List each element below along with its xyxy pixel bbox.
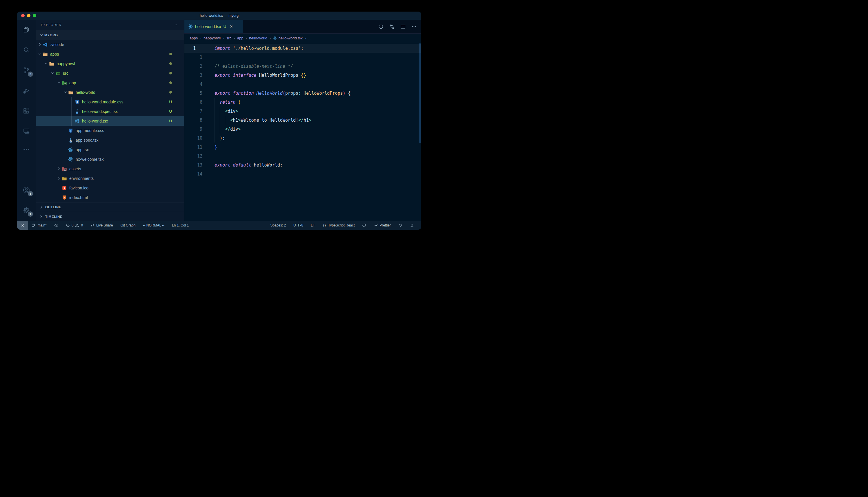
tree-item-src[interactable]: </>src bbox=[36, 68, 184, 78]
line-number[interactable]: 12 bbox=[184, 154, 202, 159]
line-number[interactable]: 1 bbox=[184, 55, 202, 60]
chevron-down-icon[interactable] bbox=[56, 81, 62, 85]
close-button[interactable] bbox=[21, 14, 25, 17]
line-number[interactable]: 8 bbox=[184, 117, 202, 123]
git-branch-status[interactable]: main* bbox=[28, 221, 51, 230]
eol-status[interactable]: LF bbox=[307, 221, 319, 230]
section-outline[interactable]: OUTLINE bbox=[36, 202, 184, 212]
line-number[interactable]: 9 bbox=[184, 127, 202, 132]
line-number[interactable]: 3 bbox=[184, 73, 202, 78]
encoding-status[interactable]: UTF-8 bbox=[290, 221, 307, 230]
github-status[interactable] bbox=[358, 221, 370, 230]
tree-item-hello-world[interactable]: hello-world bbox=[36, 87, 184, 97]
line-number[interactable]: 5 bbox=[184, 91, 202, 96]
line-number[interactable]: 13 bbox=[184, 162, 202, 168]
code-line[interactable]: 10 ); bbox=[184, 133, 421, 142]
feedback-status[interactable] bbox=[395, 221, 406, 230]
live-share-status[interactable]: Live Share bbox=[87, 221, 116, 230]
code-line[interactable]: 6 return ( bbox=[184, 98, 421, 106]
tree-item-index-html[interactable]: 5index.html bbox=[36, 193, 184, 202]
line-number[interactable]: 2 bbox=[184, 64, 202, 69]
vim-mode-status[interactable]: -- NORMAL -- bbox=[139, 221, 168, 230]
activity-run-debug[interactable] bbox=[17, 81, 36, 101]
chevron-right-icon[interactable] bbox=[56, 167, 62, 171]
minimize-button[interactable] bbox=[27, 14, 30, 17]
chevron-down-icon[interactable] bbox=[62, 90, 68, 95]
activity-extensions[interactable] bbox=[17, 101, 36, 121]
code-line[interactable]: 2/* eslint-disable-next-line */ bbox=[184, 62, 421, 71]
tab-hello-world-tsx[interactable]: hello-world.tsx U ✕ bbox=[184, 20, 243, 33]
breadcrumb-item-hello-world-tsx[interactable]: hello-world.tsx bbox=[273, 36, 303, 40]
chevron-down-icon[interactable] bbox=[37, 52, 43, 56]
tree-item-vscode[interactable]: .vscode bbox=[36, 40, 184, 49]
views-and-more-actions-icon[interactable] bbox=[174, 23, 179, 27]
tree-item-nx-welcome-tsx[interactable]: nx-welcome.tsx bbox=[36, 154, 184, 164]
breadcrumb-item-src[interactable]: src bbox=[226, 36, 231, 40]
tree-item-app-tsx[interactable]: app.tsx bbox=[36, 145, 184, 154]
breadcrumb-item-app[interactable]: app bbox=[237, 36, 244, 40]
activity-remote-explorer[interactable] bbox=[17, 121, 36, 141]
tree-item-hello-world-module-css[interactable]: 3hello-world.module.cssU bbox=[36, 97, 184, 106]
line-number[interactable]: 6 bbox=[184, 100, 202, 105]
tree-item-apps[interactable]: apps bbox=[36, 49, 184, 59]
breadcrumb-item-apps[interactable]: apps bbox=[190, 36, 198, 40]
tree-item-environments[interactable]: environments bbox=[36, 173, 184, 183]
chevron-down-icon[interactable] bbox=[50, 71, 55, 75]
split-editor-icon[interactable] bbox=[400, 24, 405, 29]
activity-accounts[interactable]: 1 bbox=[17, 180, 36, 200]
prettier-status[interactable]: Prettier bbox=[370, 221, 395, 230]
line-number[interactable]: 10 bbox=[184, 136, 202, 141]
activity-search[interactable] bbox=[17, 40, 36, 60]
tree-item-happynrwl[interactable]: happynrwl bbox=[36, 59, 184, 68]
code-line[interactable]: 7 <div> bbox=[184, 106, 421, 116]
tree-item-app-spec-tsx[interactable]: TSapp.spec.tsx bbox=[36, 135, 184, 145]
chevron-right-icon[interactable] bbox=[56, 176, 62, 181]
language-status[interactable]: {}TypeScript React bbox=[319, 221, 358, 230]
code-line[interactable]: 5export function HelloWorld(props: Hello… bbox=[184, 89, 421, 98]
line-number[interactable]: 11 bbox=[184, 144, 202, 150]
problems-status[interactable]: 00 bbox=[62, 221, 87, 230]
line-number[interactable]: 7 bbox=[184, 109, 202, 114]
notifications-status[interactable] bbox=[406, 221, 418, 230]
tree-item-favicon-ico[interactable]: favicon.ico bbox=[36, 183, 184, 193]
code-line[interactable]: 4 bbox=[184, 80, 421, 89]
compare-changes-icon[interactable] bbox=[389, 24, 395, 29]
chevron-down-icon[interactable] bbox=[43, 62, 49, 66]
code-line-current[interactable]: 1import './hello-world.module.css'; bbox=[184, 44, 421, 53]
code-line[interactable]: 9 </div> bbox=[184, 125, 421, 133]
breadcrumb-item--[interactable]: ... bbox=[308, 36, 312, 40]
code-line[interactable]: 11} bbox=[184, 142, 421, 152]
code-line[interactable]: 14 bbox=[184, 169, 421, 179]
section-timeline[interactable]: TIMELINE bbox=[36, 212, 184, 221]
line-number[interactable]: 4 bbox=[184, 82, 202, 87]
tree-item-app-module-css[interactable]: 3app.module.css bbox=[36, 126, 184, 135]
tree-item-hello-world-spec-tsx[interactable]: TShello-world.spec.tsxU bbox=[36, 106, 184, 116]
code-editor[interactable]: 1import './hello-world.module.css';12/* … bbox=[184, 43, 421, 221]
activity-explorer[interactable] bbox=[17, 20, 36, 40]
cursor-position-status[interactable]: Ln 1, Col 1 bbox=[168, 221, 193, 230]
close-icon[interactable]: ✕ bbox=[230, 24, 233, 29]
code-line[interactable]: 1 bbox=[184, 53, 421, 62]
activity-more[interactable] bbox=[17, 141, 36, 158]
tree-item-app[interactable]: app bbox=[36, 78, 184, 87]
code-line[interactable]: 13export default HelloWorld; bbox=[184, 160, 421, 169]
code-line[interactable]: 12 bbox=[184, 152, 421, 160]
git-graph-status[interactable]: Git Graph bbox=[116, 221, 139, 230]
zoom-button[interactable] bbox=[33, 14, 36, 17]
line-number[interactable]: 1 bbox=[184, 46, 202, 51]
history-icon[interactable] bbox=[378, 24, 384, 29]
activity-settings[interactable]: 1 bbox=[17, 200, 36, 221]
tree-root-myorg[interactable]: MYORG bbox=[36, 30, 184, 40]
tree-item-hello-world-tsx[interactable]: hello-world.tsxU bbox=[36, 116, 184, 126]
chevron-right-icon[interactable] bbox=[37, 43, 43, 47]
ellipsis-icon[interactable] bbox=[411, 24, 417, 29]
tree-item-assets[interactable]: assets bbox=[36, 164, 184, 173]
breadcrumb-item-happynrwl[interactable]: happynrwl bbox=[204, 36, 221, 40]
line-number[interactable]: 14 bbox=[184, 171, 202, 177]
indentation-status[interactable]: Spaces: 2 bbox=[267, 221, 290, 230]
code-line[interactable]: 3export interface HelloWorldProps {} bbox=[184, 71, 421, 80]
code-line[interactable]: 8 <h1>Welcome to HelloWorld!</h1> bbox=[184, 116, 421, 125]
breadcrumb-item-hello-world[interactable]: hello-world bbox=[249, 36, 267, 40]
remote-button[interactable] bbox=[17, 221, 28, 230]
activity-source-control[interactable]: 3 bbox=[17, 60, 36, 81]
